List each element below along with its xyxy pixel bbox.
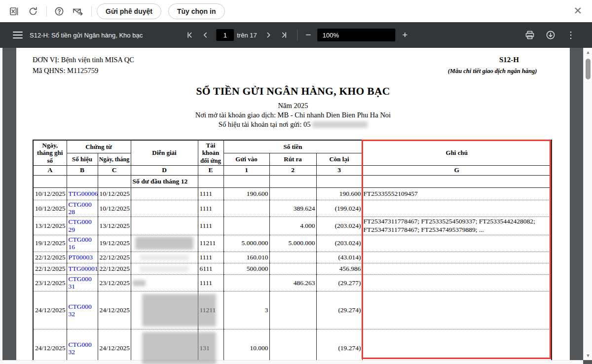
cell-note [362,291,552,329]
cell-note: FT25335552109457 [362,187,552,200]
send-approval-button[interactable]: Gửi phê duyệt [97,3,161,19]
cell-deposit: 500.000 [223,263,269,274]
cell-doc-number: TTG00001 [67,263,98,274]
cell-balance: 456.986 [316,263,362,274]
cell-doc-number: CTG00016 [67,235,98,252]
help-icon[interactable] [52,4,67,19]
cell-balance: (203.024) [316,235,362,252]
cell-entry-date: 19/12/2025 [33,235,67,252]
send-mail-icon[interactable] [71,4,85,19]
doc-number-link[interactable]: CTG00016 [69,236,93,251]
cell-balance: (203.024) [316,217,362,235]
cell-balance: (19.274) [316,329,362,364]
ledger-row: 22/12/2025PT0000322/12/20251111160.010(4… [33,252,552,263]
more-options-icon[interactable]: ⋮ [566,30,575,40]
cell-entry-date: 22/12/2025 [33,263,67,274]
col-header-voucher-group: Chứng từ [67,140,131,153]
cell-doc-date: 13/12/2025 [98,217,131,235]
cell-note [362,235,552,252]
refresh-icon[interactable] [26,4,40,19]
doc-number-link[interactable]: CTG00032 [69,341,93,356]
cell-doc-date: 22/12/2025 [98,263,131,274]
page-navigation: 1 trên 17 − 100% + [182,29,410,41]
excel-export-icon[interactable] [7,4,22,19]
doc-number-link[interactable]: CTG00032 [69,303,93,318]
doc-number-link[interactable]: TTG00006 [69,190,98,197]
print-icon[interactable] [525,30,535,40]
pdf-document-title: S12-H: Sổ tiền gửi Ngân hàng, Kho bạc [30,32,143,39]
scroll-down-icon[interactable]: ▼ [584,351,592,360]
download-icon[interactable] [546,30,555,40]
cell-balance: 190.600 [316,187,362,200]
document-page: ĐƠN VỊ: Bệnh viện tỉnh MISA QC Mã QHNS: … [16,48,570,360]
cell-withdraw [269,329,316,364]
zoom-out-icon[interactable]: − [303,30,314,40]
previous-page-icon[interactable] [199,29,212,41]
next-page-icon[interactable] [262,29,275,41]
col-header-balance: Còn lại [316,153,362,165]
toolbar-divider [46,6,47,17]
redacted-description [133,280,146,286]
pdf-viewer: ĐƠN VỊ: Bệnh viện tỉnh MISA QC Mã QHNS: … [0,48,592,364]
cell-description [131,200,198,217]
cell-withdraw [269,291,316,329]
doc-number-link[interactable]: CTG00031 [69,275,93,290]
window-toolbar: Gửi phê duyệt Tùy chọn in ✕ [0,0,592,22]
vertical-scrollbar[interactable]: ▲ ▼ [583,48,592,360]
zoom-in-icon[interactable]: + [400,30,410,40]
redacted-account-number [312,121,368,128]
cell-deposit: 3 [223,291,269,329]
cell-doc-number: CTG00032 [67,329,98,364]
ledger-row: 22/12/2025TTG0000122/12/20256111500.0004… [33,263,552,274]
cell-deposit [223,200,269,217]
cell-withdraw [269,187,316,200]
column-letters-row: AB CD E1 23 G [33,165,552,175]
col-header-doc-date: Ngày, tháng [98,153,131,165]
cell-withdraw: 4.000 [269,217,316,235]
cell-deposit [223,217,269,235]
form-note: (Mẫu chi tiết giao dịch ngân hàng) [428,68,556,75]
form-code: S12-H [484,56,534,64]
cell-entry-date: 22/12/2025 [33,252,67,263]
cell-deposit: 5.000.000 [223,235,269,252]
cell-note [362,252,552,263]
cell-deposit: 160.010 [223,252,269,263]
last-page-icon[interactable] [278,29,291,41]
cell-deposit: 10.000 [223,329,269,364]
cell-contra-account: 1111 [198,252,223,263]
doc-number-link[interactable]: PT00003 [69,254,93,261]
cell-doc-date: 10/12/2025 [98,187,131,200]
cell-balance: (29.274) [316,291,362,329]
doc-number-link[interactable]: CTG00028 [69,201,93,216]
ledger-table: Ngày, tháng ghi sổ Chứng từ Diễn giải Tà… [33,140,552,364]
scrollbar-thumb[interactable] [586,59,591,79]
cell-contra-account: 11211 [198,235,223,252]
toolbar-divider [91,6,92,17]
print-options-button[interactable]: Tùy chọn in [168,3,225,19]
unit-line: ĐƠN VỊ: Bệnh viện tỉnh MISA QC [33,56,134,64]
cell-note [362,200,552,217]
cell-doc-date: 24/12/2025 [98,291,131,329]
cell-withdraw: 486.263 [269,274,316,291]
cell-entry-date: 10/12/2025 [33,187,67,200]
doc-number-link[interactable]: CTG00029 [69,218,93,233]
zoom-level-input[interactable]: 100% [318,29,396,41]
ledger-row: 13/12/2025CTG0002913/12/202511114.000(20… [33,217,552,235]
cell-doc-number: TTG00006 [67,187,98,200]
close-icon[interactable]: ✕ [571,4,584,18]
cell-withdraw: 389.624 [269,200,316,217]
cell-entry-date: 13/12/2025 [33,217,67,235]
col-header-description: Diễn giải [131,140,198,165]
cell-contra-account: 6111 [198,263,223,274]
doc-number-link[interactable]: TTG00001 [69,265,98,272]
first-page-icon[interactable] [183,29,196,41]
ledger-rows: 10/12/2025TTG0000610/12/20251111190.6001… [33,187,552,364]
cell-entry-date: 24/12/2025 [33,291,67,329]
menu-icon[interactable] [13,30,23,40]
page-number-input[interactable]: 1 [216,29,234,41]
scroll-up-icon[interactable]: ▲ [584,48,592,57]
cell-balance: (199.024) [316,200,362,217]
cell-note [362,274,552,291]
horizontal-scrollbar[interactable] [0,360,583,364]
cell-contra-account: 1111 [198,200,223,217]
